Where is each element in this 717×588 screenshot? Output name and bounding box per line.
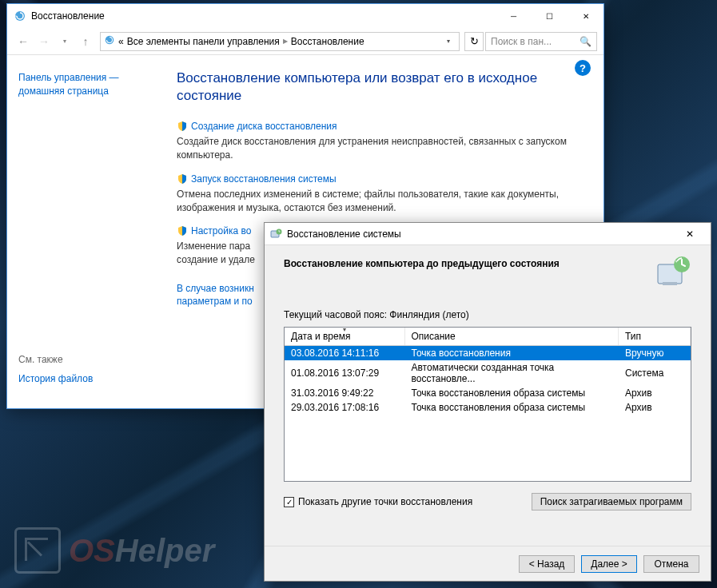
back-button[interactable]: < Назад <box>519 555 575 573</box>
titlebar: Восстановление ─ ☐ ✕ <box>7 4 603 28</box>
search-icon: 🔍 <box>580 36 592 47</box>
table-row[interactable]: 29.03.2016 17:08:16 Точка восстановления… <box>285 400 691 415</box>
sidebar-home-link[interactable]: Панель управления — домашняя страница <box>18 71 156 98</box>
option-description: Создайте диск восстановления для устране… <box>177 135 580 162</box>
nav-back-button[interactable]: ← <box>14 32 33 51</box>
breadcrumb-item[interactable]: Восстановление <box>291 36 364 47</box>
column-header-datetime[interactable]: ▾Дата и время <box>285 328 404 346</box>
dialog-close-button[interactable]: ✕ <box>674 224 706 244</box>
cursor-icon <box>14 527 61 574</box>
refresh-button[interactable]: ↻ <box>464 32 484 51</box>
sort-indicator-icon: ▾ <box>343 327 346 333</box>
breadcrumb-item[interactable]: Все элементы панели управления <box>127 36 280 47</box>
maximize-button[interactable]: ☐ <box>532 5 568 28</box>
option-description: Отмена последних изменений в системе; фа… <box>177 188 580 215</box>
dialog-body: Восстановление компьютера до предыдущего… <box>265 245 711 523</box>
watermark-text: OSHelper <box>69 533 214 569</box>
recovery-option: Запуск восстановления системы Отмена пос… <box>177 173 580 215</box>
sidebar-file-history-link[interactable]: История файлов <box>18 373 156 384</box>
dialog-footer: < Назад Далее > Отмена <box>265 546 711 581</box>
minimize-button[interactable]: ─ <box>496 5 532 28</box>
shield-icon <box>177 225 188 236</box>
breadcrumb-prefix: « <box>118 36 124 47</box>
restore-points-table[interactable]: ▾Дата и время Описание Тип 03.08.2016 14… <box>284 327 691 482</box>
navbar: ← → ▾ ↑ « Все элементы панели управления… <box>7 28 603 55</box>
window-title: Восстановление <box>31 10 496 22</box>
timezone-label: Текущий часовой пояс: Финляндия (лето) <box>284 309 691 320</box>
dialog-title: Восстановление системы <box>287 228 674 240</box>
dialog-heading: Восстановление компьютера до предыдущего… <box>284 258 691 269</box>
sidebar-see-also: См. также <box>18 354 156 365</box>
nav-up-button[interactable]: ↑ <box>76 32 95 51</box>
nav-forward-button[interactable]: → <box>34 32 54 51</box>
help-icon[interactable]: ? <box>575 60 591 76</box>
address-dropdown-icon[interactable]: ▾ <box>441 38 456 45</box>
address-bar[interactable]: « Все элементы панели управления ▶ Восст… <box>100 32 460 51</box>
cancel-button[interactable]: Отмена <box>643 555 699 573</box>
sidebar: Панель управления — домашняя страница См… <box>7 55 167 408</box>
system-restore-icon <box>269 228 282 240</box>
system-restore-dialog: Восстановление системы ✕ Восстановление … <box>264 222 711 582</box>
watermark: OSHelper <box>14 527 214 574</box>
nav-recent-dropdown[interactable]: ▾ <box>55 32 74 51</box>
shield-icon <box>177 173 188 185</box>
window-controls: ─ ☐ ✕ <box>496 5 603 28</box>
svg-rect-5 <box>663 282 677 285</box>
search-input[interactable]: Поиск в пан... 🔍 <box>485 32 597 51</box>
table-row[interactable]: 31.03.2016 9:49:22 Точка восстановления … <box>285 386 691 400</box>
dialog-options-row: ✓ Показать другие точки восстановления П… <box>284 493 691 511</box>
search-placeholder: Поиск в пан... <box>491 36 552 47</box>
close-button[interactable]: ✕ <box>568 5 603 28</box>
dialog-titlebar: Восстановление системы ✕ <box>265 223 711 245</box>
checkbox-icon: ✓ <box>284 497 294 507</box>
recovery-option: Создание диска восстановления Создайте д… <box>177 121 580 162</box>
column-header-type[interactable]: Тип <box>619 328 691 346</box>
shield-icon <box>177 121 188 132</box>
show-other-points-checkbox[interactable]: ✓ Показать другие точки восстановления <box>284 496 472 507</box>
recovery-icon <box>104 34 115 48</box>
next-button[interactable]: Далее > <box>581 555 637 573</box>
column-header-description[interactable]: Описание <box>404 328 619 346</box>
table-row[interactable]: 01.08.2016 13:07:29 Автоматически создан… <box>285 360 691 386</box>
page-heading: Восстановление компьютера или возврат ег… <box>177 70 580 105</box>
system-restore-hero-icon <box>653 253 691 292</box>
recovery-icon <box>14 10 26 22</box>
start-system-restore-link[interactable]: Запуск восстановления системы <box>177 173 580 185</box>
table-row[interactable]: 03.08.2016 14:11:16 Точка восстановления… <box>285 346 691 361</box>
create-recovery-disk-link[interactable]: Создание диска восстановления <box>177 121 580 132</box>
scan-affected-programs-button[interactable]: Поиск затрагиваемых программ <box>532 493 691 511</box>
breadcrumb-separator: ▶ <box>283 38 288 45</box>
